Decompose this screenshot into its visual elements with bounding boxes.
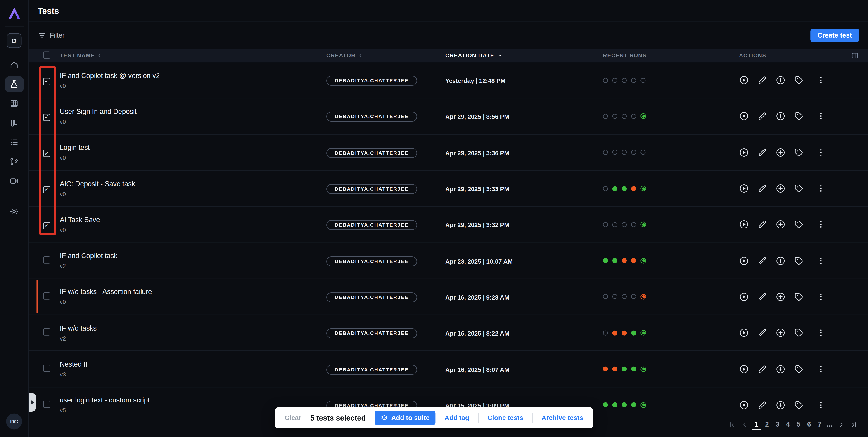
test-name[interactable]: AI Task Save xyxy=(60,216,327,224)
tag-icon[interactable] xyxy=(794,147,804,157)
tag-icon[interactable] xyxy=(794,220,804,230)
sidebar-item-settings[interactable] xyxy=(5,203,24,220)
pagination-page-4[interactable]: 4 xyxy=(784,419,793,430)
edit-test-icon[interactable] xyxy=(757,364,767,374)
row-checkbox[interactable] xyxy=(43,114,51,121)
more-actions-icon[interactable] xyxy=(816,112,825,121)
sidebar-item-home[interactable] xyxy=(5,57,24,73)
select-all-checkbox[interactable] xyxy=(43,51,51,59)
user-avatar[interactable]: DC xyxy=(6,413,22,430)
test-name[interactable]: Login test xyxy=(60,144,327,152)
test-name[interactable]: User Sign In and Deposit xyxy=(60,108,327,115)
test-name[interactable]: IF w/o tasks - Assertion failure xyxy=(60,288,327,296)
edit-test-icon[interactable] xyxy=(757,220,767,230)
pagination-page-6[interactable]: 6 xyxy=(805,419,813,430)
test-name[interactable]: IF and Copilot task @ version v2 xyxy=(60,72,327,79)
more-actions-icon[interactable] xyxy=(816,365,825,373)
sort-icon[interactable] xyxy=(97,52,102,59)
edit-test-icon[interactable] xyxy=(757,328,767,338)
add-to-suite-icon[interactable] xyxy=(775,147,785,157)
more-actions-icon[interactable] xyxy=(816,292,825,301)
test-name[interactable]: IF and Copilot task xyxy=(60,252,327,260)
manage-columns-icon[interactable] xyxy=(851,51,859,60)
tag-icon[interactable] xyxy=(794,183,804,194)
run-test-icon[interactable] xyxy=(739,183,749,194)
tag-icon[interactable] xyxy=(794,292,804,302)
tag-icon[interactable] xyxy=(794,328,804,338)
tag-icon[interactable] xyxy=(794,364,804,374)
pagination-page-2[interactable]: 2 xyxy=(763,419,771,430)
add-to-suite-icon[interactable] xyxy=(775,111,785,121)
col-creation-date[interactable]: CREATION DATE xyxy=(445,53,494,59)
tag-icon[interactable] xyxy=(794,75,804,85)
row-checkbox[interactable] xyxy=(43,292,51,300)
clone-tests-button[interactable]: Clone tests xyxy=(487,414,523,422)
row-checkbox[interactable] xyxy=(43,78,51,85)
sidebar-item-data[interactable] xyxy=(5,96,24,112)
sidebar-item-flows[interactable] xyxy=(5,154,24,170)
more-actions-icon[interactable] xyxy=(816,76,825,85)
edit-test-icon[interactable] xyxy=(757,256,767,266)
add-to-suite-icon[interactable] xyxy=(775,364,785,374)
more-actions-icon[interactable] xyxy=(816,184,825,193)
tag-icon[interactable] xyxy=(794,400,804,410)
create-test-button[interactable]: Create test xyxy=(810,29,859,42)
more-actions-icon[interactable] xyxy=(816,401,825,409)
more-actions-icon[interactable] xyxy=(816,256,825,265)
pagination-page-3[interactable]: 3 xyxy=(773,419,782,430)
run-test-icon[interactable] xyxy=(739,111,749,121)
filter-button[interactable]: Filter xyxy=(37,31,64,39)
add-to-suite-icon[interactable] xyxy=(775,292,785,302)
sidebar-item-runs[interactable] xyxy=(5,134,24,150)
workspace-switcher[interactable]: D xyxy=(6,33,22,48)
last-page-button[interactable] xyxy=(848,418,859,431)
prev-page-button[interactable] xyxy=(739,418,750,431)
edit-test-icon[interactable] xyxy=(757,111,767,121)
pagination-page-5[interactable]: 5 xyxy=(794,419,803,430)
run-test-icon[interactable] xyxy=(739,364,749,374)
test-name[interactable]: Nested IF xyxy=(60,360,327,368)
row-checkbox[interactable] xyxy=(43,222,51,229)
first-page-button[interactable] xyxy=(727,418,738,431)
edit-test-icon[interactable] xyxy=(757,183,767,194)
add-tag-button[interactable]: Add tag xyxy=(445,414,469,422)
row-checkbox[interactable] xyxy=(43,365,51,372)
pagination-page-1[interactable]: 1 xyxy=(752,419,761,430)
more-actions-icon[interactable] xyxy=(816,148,825,157)
pagination-page-7[interactable]: 7 xyxy=(815,419,824,430)
sort-icon[interactable] xyxy=(358,52,363,59)
run-test-icon[interactable] xyxy=(739,147,749,157)
add-to-suite-icon[interactable] xyxy=(775,400,785,410)
add-to-suite-icon[interactable] xyxy=(775,183,785,194)
app-logo[interactable] xyxy=(6,5,22,22)
next-page-button[interactable] xyxy=(835,418,846,431)
run-test-icon[interactable] xyxy=(739,292,749,302)
add-to-suite-button[interactable]: Add to suite xyxy=(375,410,436,425)
row-checkbox[interactable] xyxy=(43,256,51,264)
clear-selection-button[interactable]: Clear xyxy=(285,414,301,422)
tag-icon[interactable] xyxy=(794,111,804,121)
col-creator[interactable]: CREATOR xyxy=(327,53,355,59)
row-checkbox[interactable] xyxy=(43,401,51,408)
add-to-suite-icon[interactable] xyxy=(775,256,785,266)
test-name[interactable]: AIC: Deposit - Save task xyxy=(60,180,327,188)
row-checkbox[interactable] xyxy=(43,150,51,157)
run-test-icon[interactable] xyxy=(739,256,749,266)
run-test-icon[interactable] xyxy=(739,75,749,85)
add-to-suite-icon[interactable] xyxy=(775,328,785,338)
tag-icon[interactable] xyxy=(794,256,804,266)
sidebar-item-recordings[interactable] xyxy=(5,173,24,189)
test-name[interactable]: IF w/o tasks xyxy=(60,324,327,332)
run-test-icon[interactable] xyxy=(739,400,749,410)
row-checkbox[interactable] xyxy=(43,328,51,336)
edit-test-icon[interactable] xyxy=(757,147,767,157)
sidebar-item-suites[interactable] xyxy=(5,115,24,131)
row-checkbox[interactable] xyxy=(43,186,51,193)
run-test-icon[interactable] xyxy=(739,220,749,230)
archive-tests-button[interactable]: Archive tests xyxy=(541,414,583,422)
test-name[interactable]: user login text - custom script xyxy=(60,396,327,404)
run-test-icon[interactable] xyxy=(739,328,749,338)
sidebar-item-tests[interactable] xyxy=(5,76,24,92)
edit-test-icon[interactable] xyxy=(757,292,767,302)
sidebar-expand-handle[interactable] xyxy=(29,393,36,412)
